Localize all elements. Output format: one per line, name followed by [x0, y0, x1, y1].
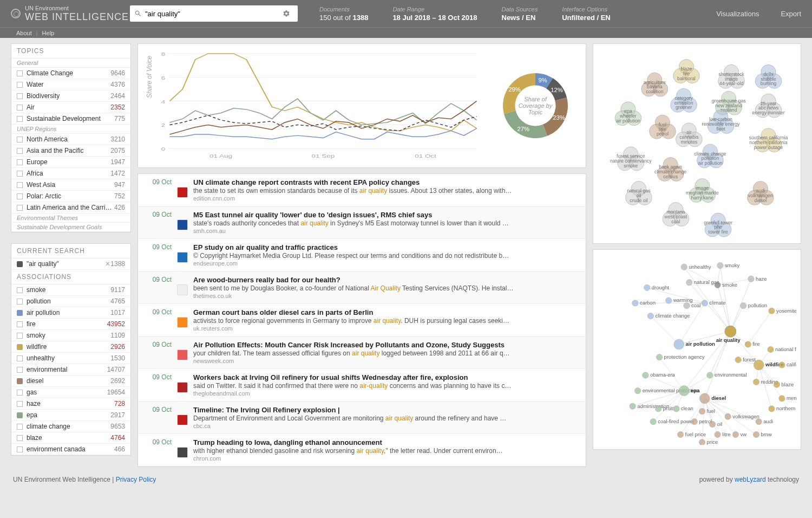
svg-point-237 [679, 386, 689, 396]
svg-point-231 [753, 379, 759, 385]
topic-group-label[interactable]: General [11, 59, 130, 68]
header-info-item[interactable]: Data SourcesNews / EN [502, 6, 538, 22]
association-item[interactable]: diesel2692 [11, 375, 130, 387]
svg-text:2: 2 [161, 122, 166, 128]
document-item[interactable]: 09 Oct Air Pollution Effects: Mouth Canc… [138, 336, 586, 369]
document-item[interactable]: 09 Oct EP study on air quality and traff… [138, 239, 586, 271]
association-item[interactable]: air pollution1017 [11, 307, 130, 319]
svg-text:fleet: fleet [716, 126, 725, 132]
checkbox-icon[interactable] [17, 193, 23, 199]
topic-item[interactable]: Biodiversity2464 [11, 90, 130, 102]
checkbox-icon[interactable] [17, 137, 23, 143]
svg-text:obama-era: obama-era [650, 372, 676, 378]
association-item[interactable]: environment canada466 [11, 444, 130, 455]
doc-snippet: the state to set its own emission standa… [193, 187, 579, 195]
checkbox-icon[interactable] [17, 446, 23, 452]
checkbox-icon[interactable] [17, 159, 23, 165]
checkbox-icon[interactable] [17, 355, 23, 361]
association-item[interactable]: pollution4765 [11, 296, 130, 307]
checkbox-icon[interactable] [17, 321, 23, 327]
checkbox-icon[interactable] [17, 390, 23, 396]
topic-item[interactable]: Latin America and the Carrib...426 [11, 202, 130, 213]
topic-item[interactable]: Water4376 [11, 79, 130, 90]
association-item[interactable]: epa2917 [11, 410, 130, 421]
document-item[interactable]: 09 Oct Are wood-burners really bad for o… [138, 271, 586, 304]
svg-text:litre: litre [722, 431, 730, 437]
topic-item[interactable]: Asia and the Pacific2075 [11, 145, 130, 157]
checkbox-icon[interactable] [17, 333, 23, 339]
association-item[interactable]: smoky1109 [11, 330, 130, 341]
document-item[interactable]: 09 Oct UN climate change report contrast… [138, 174, 586, 206]
association-item[interactable]: gas19654 [11, 387, 130, 398]
association-item[interactable]: smoke9117 [11, 284, 130, 296]
doc-date: 09 Oct [145, 308, 172, 332]
svg-point-245 [673, 406, 679, 412]
topic-item[interactable]: Climate Change9646 [11, 68, 130, 79]
document-item[interactable]: 09 Oct German court bans older diesel ca… [138, 304, 586, 336]
remove-icon[interactable]: ✕ [105, 260, 110, 268]
help-link[interactable]: Help [42, 30, 55, 36]
svg-text:petrol: petrol [657, 131, 669, 137]
topic-item[interactable]: Europe1947 [11, 157, 130, 168]
search-input[interactable] [145, 10, 283, 18]
current-search-item[interactable]: "air quality"✕1388 [11, 258, 130, 270]
svg-text:diesel: diesel [711, 395, 726, 401]
checkbox-icon[interactable] [17, 82, 23, 88]
doc-date: 09 Oct [145, 211, 172, 234]
source-icon [177, 219, 188, 230]
doc-date: 09 Oct [145, 178, 172, 202]
association-item[interactable]: blaze4764 [11, 432, 130, 444]
checkbox-icon[interactable] [17, 401, 23, 407]
doc-title: Workers back at Irving Oil refinery for … [193, 373, 579, 381]
document-item[interactable]: 09 Oct Timeline: The Irving Oil Refinery… [138, 402, 586, 434]
topic-group-label[interactable]: Sustainable Development Goals [11, 223, 130, 232]
svg-text:4: 4 [161, 98, 166, 105]
header-info-item[interactable]: Documents150 out of 1388 [319, 6, 368, 22]
svg-line-184 [748, 311, 772, 345]
privacy-link[interactable]: Privacy Policy [116, 476, 156, 483]
gear-icon[interactable] [283, 10, 290, 17]
topic-item[interactable]: West Asia947 [11, 179, 130, 191]
topic-item[interactable]: Polar: Arctic752 [11, 191, 130, 202]
association-item[interactable]: wildfire2926 [11, 341, 130, 353]
checkbox-icon[interactable] [17, 148, 23, 154]
visualizations-link[interactable]: Visualizations [716, 10, 759, 18]
checkbox-icon[interactable] [17, 182, 23, 188]
weblyzard-link[interactable]: webLyzard [735, 476, 766, 483]
checkbox-icon[interactable] [17, 367, 23, 373]
association-item[interactable]: fire43952 [11, 319, 130, 330]
checkbox-icon[interactable] [17, 171, 23, 177]
association-item[interactable]: haze728 [11, 398, 130, 410]
topic-item[interactable]: Sustainable Development775 [11, 113, 130, 125]
topic-item[interactable]: Air2352 [11, 102, 130, 113]
search-box[interactable] [130, 5, 298, 22]
checkbox-icon[interactable] [17, 435, 23, 441]
export-link[interactable]: Export [781, 10, 801, 18]
document-item[interactable]: 09 Oct M5 East tunnel air quality 'lower… [138, 206, 586, 239]
header-info-item[interactable]: Interface OptionsUnfiltered / EN [562, 6, 611, 22]
checkbox-icon[interactable] [17, 424, 23, 430]
topic-group-label[interactable]: UNEP Regions [11, 125, 130, 134]
checkbox-icon[interactable] [17, 105, 23, 111]
svg-point-269 [753, 431, 759, 437]
association-item[interactable]: unhealthy1530 [11, 353, 130, 364]
checkbox-icon[interactable] [17, 116, 23, 122]
svg-text:01 Aug: 01 Aug [209, 153, 232, 159]
source-icon [177, 317, 188, 328]
document-item[interactable]: 09 Oct Trump heading to Iowa, dangling e… [138, 434, 586, 467]
topic-item[interactable]: Africa1472 [11, 168, 130, 179]
checkbox-icon[interactable] [17, 205, 23, 211]
checkbox-icon[interactable] [17, 93, 23, 99]
checkbox-icon[interactable] [17, 287, 23, 293]
topic-item[interactable]: North America3210 [11, 134, 130, 145]
topic-group-label[interactable]: Environmental Themes [11, 213, 130, 223]
header-info-item[interactable]: Date Range18 Jul 2018 – 18 Oct 2018 [392, 6, 477, 22]
checkbox-icon[interactable] [17, 299, 23, 305]
about-link[interactable]: About [16, 30, 32, 36]
association-item[interactable]: climate change9653 [11, 421, 130, 432]
document-item[interactable]: 09 Oct Workers back at Irving Oil refine… [138, 369, 586, 402]
checkbox-icon[interactable] [17, 70, 23, 76]
association-item[interactable]: environmental14707 [11, 364, 130, 375]
svg-text:energy minister: energy minister [752, 110, 784, 115]
doc-source: endseurope.com [193, 260, 579, 267]
